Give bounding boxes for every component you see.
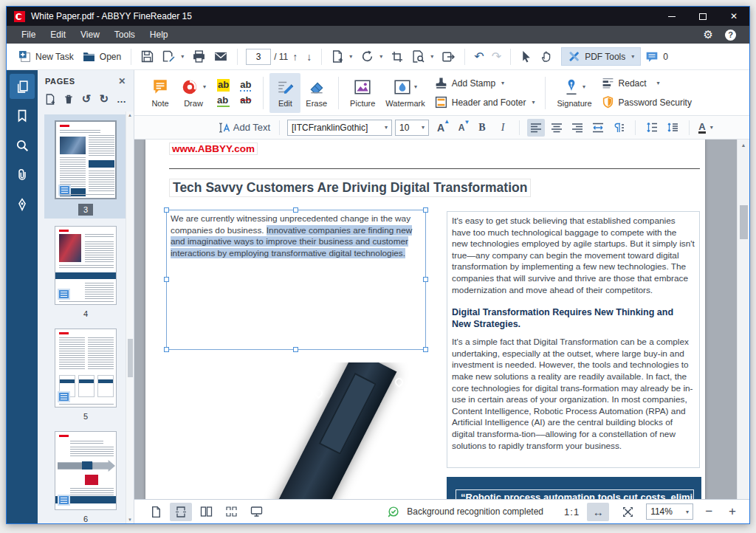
align-left-button[interactable] <box>527 119 545 137</box>
pdf-page[interactable]: www.ABBYY.com Tech Savvy Customers Are D… <box>145 140 705 499</box>
quote-banner[interactable]: “Robotic process automation tools cut co… <box>447 477 701 499</box>
undo-button[interactable]: ↶ <box>470 49 487 63</box>
selection-handle[interactable] <box>423 207 428 213</box>
selection-handle[interactable] <box>423 277 428 282</box>
add-page-icon[interactable] <box>45 94 55 105</box>
header-footer-button[interactable]: Header and Footer ▾ <box>435 96 535 109</box>
scroll-thumb[interactable] <box>740 205 748 239</box>
insert-text-markup-button[interactable]: ab <box>240 79 251 92</box>
edit-button[interactable]: Edit <box>269 73 300 113</box>
highlight-button[interactable]: ab <box>217 79 230 92</box>
selected-text-block[interactable]: We are currently witnessing unprecedente… <box>166 210 426 350</box>
document-canvas[interactable]: www.ABBYY.com Tech Savvy Customers Are D… <box>134 140 749 499</box>
align-center-button[interactable] <box>548 119 566 137</box>
facing-continuous-view-button[interactable] <box>220 503 242 521</box>
minimize-button[interactable] <box>656 7 687 26</box>
panel-scrollbar[interactable]: ▲ ▼ <box>126 111 134 523</box>
sidebar-item-bookmarks[interactable] <box>10 103 35 128</box>
page-thumbnail-3[interactable]: 3 <box>44 114 127 219</box>
new-task-button[interactable]: New Task <box>14 47 78 66</box>
picture-button[interactable]: Picture <box>345 73 380 113</box>
settings-gear-icon[interactable]: ⚙ <box>704 28 713 41</box>
right-text-block[interactable]: It's easy to get stuck believing that es… <box>447 211 700 468</box>
document-heading[interactable]: Tech Savvy Customers Are Driving Digital… <box>169 179 531 197</box>
open-button[interactable]: Open <box>78 48 126 65</box>
sidebar-item-attachments[interactable] <box>10 162 35 188</box>
comments-button[interactable]: 0 <box>641 48 673 66</box>
add-text-button[interactable]: Add Text <box>216 119 272 137</box>
convert-button[interactable] <box>438 48 459 66</box>
select-tool-button[interactable] <box>516 47 536 66</box>
rotate-left-icon[interactable]: ↺ <box>82 92 92 106</box>
menu-edit[interactable]: Edit <box>43 26 73 44</box>
next-page-button[interactable]: ↓ <box>302 51 316 63</box>
underline-button[interactable]: ab <box>217 94 230 107</box>
redo-button[interactable]: ↷ <box>488 49 505 63</box>
sidebar-item-search[interactable] <box>10 133 35 158</box>
save-as-button[interactable]: ▾ <box>158 47 188 66</box>
selection-handle[interactable] <box>423 347 428 352</box>
page-number-input[interactable]: 3 <box>246 49 271 65</box>
print-button[interactable] <box>188 47 210 66</box>
font-size-select[interactable]: 10 ▾ <box>395 120 429 136</box>
previous-page-button[interactable]: ↑ <box>288 51 302 63</box>
font-family-select[interactable]: [ITCFranklinGothic] ▾ <box>287 120 392 136</box>
close-panel-button[interactable]: ✕ <box>118 76 126 86</box>
scroll-thumb[interactable] <box>128 339 133 377</box>
save-button[interactable] <box>137 47 158 66</box>
increase-font-button[interactable]: A▲ <box>432 119 450 137</box>
align-right-button[interactable] <box>568 119 586 137</box>
single-page-view-button[interactable] <box>145 503 167 521</box>
redact-button[interactable]: Redact ▾ <box>602 77 692 89</box>
scroll-up-icon[interactable]: ▲ <box>741 142 746 148</box>
zoom-out-button[interactable]: − <box>701 504 717 519</box>
zoom-in-button[interactable]: + <box>724 504 740 519</box>
font-color-button[interactable]: A ▾ <box>697 119 715 137</box>
bold-button[interactable]: B <box>473 119 491 137</box>
menu-file[interactable]: File <box>14 26 43 44</box>
menu-tools[interactable]: Tools <box>107 26 142 44</box>
italic-button[interactable]: I <box>494 119 512 137</box>
line-spacing-button[interactable] <box>643 119 661 137</box>
note-button[interactable]: Note <box>145 73 176 113</box>
menu-help[interactable]: Help <box>142 26 176 44</box>
fit-width-button[interactable]: ↔ <box>587 503 609 521</box>
strikethrough-button[interactable]: ab <box>240 94 251 107</box>
actual-size-button[interactable]: 1:1 <box>564 506 580 517</box>
fullscreen-view-button[interactable] <box>245 503 267 521</box>
selection-handle[interactable] <box>164 207 169 213</box>
fit-page-button[interactable] <box>616 503 639 521</box>
selection-handle[interactable] <box>164 347 169 352</box>
site-link[interactable]: www.ABBYY.com <box>169 142 258 155</box>
paragraph-spacing-button[interactable] <box>664 119 681 137</box>
sidebar-item-signatures[interactable] <box>10 192 35 217</box>
menu-view[interactable]: View <box>73 26 107 44</box>
find-button[interactable]: ▾ <box>408 47 438 66</box>
signature-button[interactable]: ▾ Signature <box>551 73 597 113</box>
paragraph-marks-button[interactable] <box>610 119 628 137</box>
password-security-button[interactable]: Password Security <box>602 96 692 109</box>
decrease-font-button[interactable]: A▼ <box>453 119 470 137</box>
watermark-button[interactable]: ▾ Watermark <box>380 73 430 113</box>
page-thumbnail-4[interactable]: 4 <box>55 226 117 329</box>
document-scrollbar[interactable]: ▲ <box>737 140 749 499</box>
maximize-button[interactable] <box>687 7 718 26</box>
scroll-up-icon[interactable]: ▲ <box>128 113 132 117</box>
selection-handle[interactable] <box>164 277 169 282</box>
scroll-down-icon[interactable]: ▼ <box>128 517 132 522</box>
email-button[interactable] <box>210 48 232 65</box>
delete-page-icon[interactable] <box>63 94 74 105</box>
rotate-right-icon[interactable]: ↻ <box>99 92 109 106</box>
hand-tool-button[interactable] <box>536 47 557 66</box>
help-icon[interactable]: ? <box>725 30 736 41</box>
close-button[interactable]: ✕ <box>718 7 749 26</box>
erase-button[interactable]: Erase <box>300 73 332 113</box>
justify-width-button[interactable] <box>589 119 607 137</box>
add-stamp-button[interactable]: Add Stamp ▾ <box>435 77 535 89</box>
crop-button[interactable] <box>387 48 408 66</box>
page-thumbnail-5[interactable]: 5 <box>55 329 117 431</box>
pdf-tools-button[interactable]: PDF Tools ▾ <box>561 47 641 66</box>
rotate-pages-button[interactable]: ▾ <box>357 47 387 66</box>
page-thumbnail-6[interactable]: 6 <box>55 431 117 523</box>
facing-view-button[interactable] <box>195 503 217 521</box>
